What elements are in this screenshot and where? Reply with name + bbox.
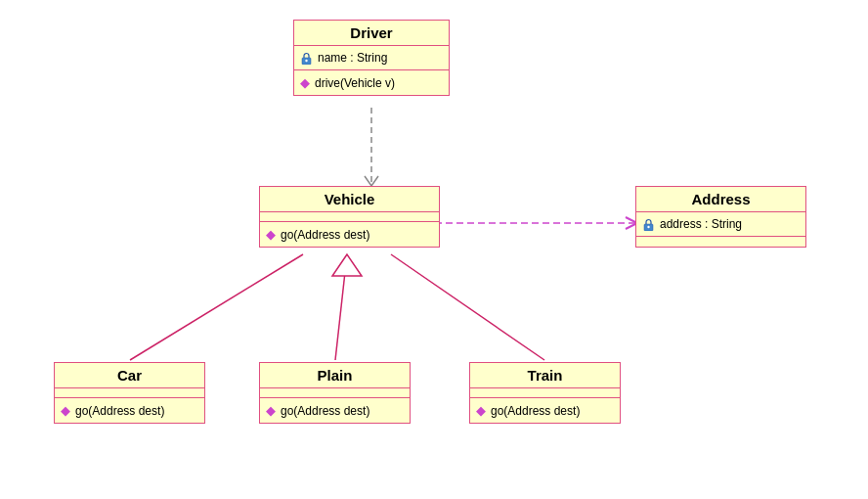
- driver-attributes: name : String: [294, 46, 449, 70]
- svg-point-7: [305, 59, 307, 61]
- train-method-go: go(Address dest): [491, 404, 580, 418]
- plain-class-header: Plain: [260, 363, 410, 388]
- driver-attr-name: name : String: [318, 51, 387, 65]
- svg-marker-5: [332, 254, 362, 276]
- diamond-icon-vehicle: ◆: [266, 227, 276, 242]
- driver-methods: ◆ drive(Vehicle v): [294, 70, 449, 95]
- svg-line-4: [391, 254, 544, 360]
- driver-class-header: Driver: [294, 21, 449, 46]
- vehicle-attributes: [260, 212, 439, 222]
- vehicle-class: Vehicle ◆ go(Address dest): [259, 186, 440, 248]
- car-class: Car ◆ go(Address dest): [54, 362, 205, 424]
- diamond-icon-train: ◆: [476, 403, 486, 418]
- diamond-icon: ◆: [300, 75, 310, 90]
- car-class-header: Car: [55, 363, 204, 388]
- plain-methods: ◆ go(Address dest): [260, 398, 410, 423]
- car-method-go: go(Address dest): [75, 404, 164, 418]
- address-class-header: Address: [636, 187, 805, 212]
- address-class: Address address : String: [635, 186, 806, 248]
- plain-class: Plain ◆ go(Address dest): [259, 362, 411, 424]
- driver-method-drive: drive(Vehicle v): [315, 76, 395, 90]
- train-class: Train ◆ go(Address dest): [469, 362, 621, 424]
- svg-line-3: [335, 254, 347, 360]
- svg-point-9: [647, 225, 649, 227]
- train-class-header: Train: [470, 363, 620, 388]
- diamond-icon-car: ◆: [61, 403, 70, 418]
- vehicle-methods: ◆ go(Address dest): [260, 222, 439, 247]
- diamond-icon-plain: ◆: [266, 403, 276, 418]
- address-attributes: address : String: [636, 212, 805, 237]
- plain-attributes: [260, 388, 410, 398]
- plain-method-go: go(Address dest): [281, 404, 369, 418]
- train-attributes: [470, 388, 620, 398]
- vehicle-class-header: Vehicle: [260, 187, 439, 212]
- lock-icon: [300, 52, 313, 65]
- car-methods: ◆ go(Address dest): [55, 398, 204, 423]
- address-methods-empty: [636, 237, 805, 247]
- car-attributes: [55, 388, 204, 398]
- lock-icon-address: [642, 218, 655, 231]
- vehicle-method-go: go(Address dest): [281, 228, 369, 242]
- address-attr: address : String: [660, 217, 742, 231]
- diagram-container: Driver name : String ◆ drive(Vehicle v): [0, 0, 868, 499]
- train-methods: ◆ go(Address dest): [470, 398, 620, 423]
- svg-line-2: [130, 254, 303, 360]
- driver-class: Driver name : String ◆ drive(Vehicle v): [293, 20, 450, 96]
